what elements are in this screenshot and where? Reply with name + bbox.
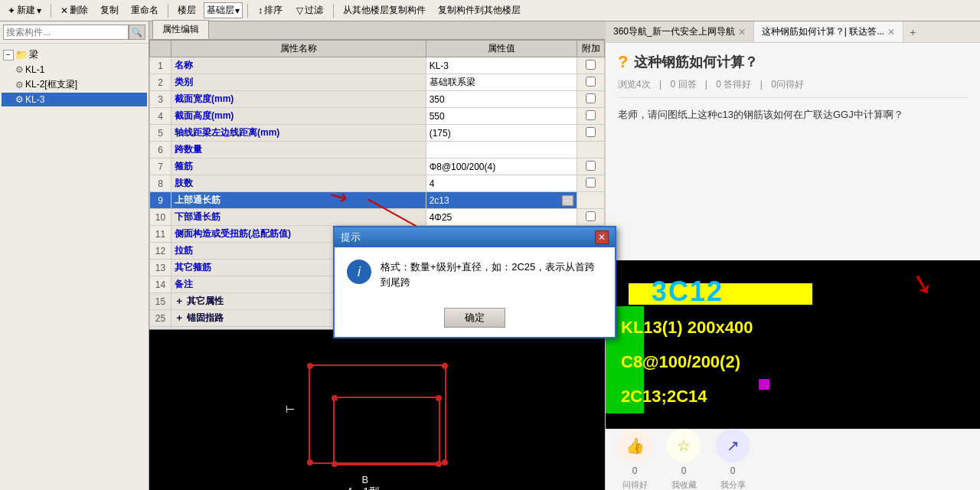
cad-text-beam-label: 3C12 — [652, 276, 724, 308]
prop-name-cell: 轴线距梁左边线距离(mm) — [172, 125, 426, 142]
qa-content: ? 这种钢筋如何计算？ 浏览4次 | 0 回答 | 0 答得好 | 0问得好 老… — [606, 43, 980, 260]
gear-icon-kl1: ⚙ — [15, 64, 24, 75]
hint-dialog: 提示 ✕ i 格式：数量+级别+直径，如：2C25，表示从首跨到尾跨 确定 — [333, 226, 616, 338]
table-row[interactable]: 8肢数4 — [150, 175, 605, 192]
gear-icon-kl2: ⚙ — [15, 80, 24, 90]
edit-dots-button[interactable]: ··· — [562, 195, 573, 206]
prop-checkbox[interactable] — [586, 77, 596, 87]
prop-checkbox[interactable] — [586, 161, 596, 171]
prop-check-cell[interactable] — [577, 74, 605, 91]
prop-value-cell[interactable]: KL-3 — [426, 57, 577, 74]
add-tab-button[interactable]: + — [903, 21, 922, 42]
prop-check-cell[interactable] — [577, 158, 605, 175]
delete-button[interactable]: ✕ 删除 — [56, 2, 93, 19]
good-reaction[interactable]: 👍 0 问得好 — [618, 429, 652, 490]
prop-checkbox[interactable] — [586, 93, 596, 103]
copy-button[interactable]: 复制 — [96, 2, 123, 19]
star-reaction[interactable]: ☆ 0 我收藏 — [667, 429, 701, 490]
dialog-close-button[interactable]: ✕ — [595, 230, 609, 244]
row-num-cell: 3 — [150, 91, 172, 108]
table-row[interactable]: 5轴线距梁左边线距离(mm)(175) — [150, 125, 605, 142]
col-header-extra: 附加 — [577, 41, 605, 57]
tree-item-kl2[interactable]: ⚙ KL-2[框支梁] — [2, 77, 147, 93]
table-row[interactable]: 4截面高度(mm)550 — [150, 108, 605, 125]
prop-check-cell[interactable] — [577, 91, 605, 108]
star-label: 我收藏 — [671, 479, 697, 490]
row-num-cell: 6 — [150, 142, 172, 158]
table-row[interactable]: 10下部通长筋4Φ25 — [150, 209, 605, 226]
filter-button[interactable]: ▽ 过滤 — [291, 2, 328, 19]
prop-value-cell[interactable]: 4 — [426, 175, 577, 192]
filter-icon: ▽ — [296, 5, 303, 16]
table-row[interactable]: 3截面宽度(mm)350 — [150, 91, 605, 108]
table-row[interactable]: 9上部通长筋2c13 ··· — [150, 192, 605, 209]
browser-tab-1[interactable]: 360导航_新一代安全上网导航 ✕ — [606, 21, 754, 42]
copy-from-button[interactable]: 从其他楼层复制构件 — [338, 2, 430, 19]
base-layer-dropdown[interactable]: 基础层 ▾ — [204, 2, 243, 18]
table-row[interactable]: 1名称KL-3 — [150, 57, 605, 74]
table-row[interactable]: 7箍筋Φ8@100/200(4) — [150, 158, 605, 175]
prop-tab-bar: 属性编辑 — [149, 21, 605, 40]
prop-value-cell[interactable] — [426, 142, 577, 158]
right-panel: 360导航_新一代安全上网导航 ✕ 这种钢筋如何计算？| 联达答... ✕ + … — [605, 21, 980, 490]
corner-tr — [436, 395, 442, 401]
prop-name-cell: 上部通长筋 — [172, 192, 426, 209]
close-tab-1[interactable]: ✕ — [738, 27, 746, 38]
tab-prop-edit[interactable]: 属性编辑 — [152, 20, 209, 39]
prop-value-cell[interactable]: Φ8@100/200(4) — [426, 158, 577, 175]
prop-name-cell: 截面高度(mm) — [172, 108, 426, 125]
prop-check-cell[interactable] — [577, 108, 605, 125]
info-icon: i — [347, 260, 371, 284]
tree-toggle-beam[interactable]: − — [3, 50, 14, 60]
table-row[interactable]: 2类别基础联系梁 — [150, 74, 605, 91]
copy-to-button[interactable]: 复制构件到其他楼层 — [433, 2, 525, 19]
search-button[interactable]: 🔍 — [129, 24, 145, 40]
prop-checkbox[interactable] — [586, 110, 596, 120]
cad-text-bars: 2C13;2C14 — [621, 387, 707, 407]
prop-checkbox[interactable] — [586, 60, 596, 70]
sep4 — [333, 4, 334, 18]
prop-check-cell[interactable] — [577, 192, 605, 209]
prop-value-cell[interactable]: 2c13 ··· — [426, 192, 577, 209]
rename-button[interactable]: 重命名 — [126, 2, 163, 19]
beam-label-type: 4－1型 — [347, 485, 381, 491]
dialog-footer: 确定 — [335, 302, 615, 337]
share-reaction[interactable]: ↗ 0 我分享 — [716, 429, 750, 490]
prop-checkbox[interactable] — [586, 127, 596, 137]
cad-purple-dot — [759, 379, 769, 390]
beam-label-b: B — [362, 474, 369, 485]
new-dropdown-icon: ▾ — [37, 5, 41, 16]
new-button[interactable]: ✦ 新建 ▾ — [3, 2, 46, 19]
prop-checkbox[interactable] — [586, 178, 596, 188]
tree-label-kl2: KL-2[框支梁] — [25, 78, 77, 91]
table-row[interactable]: 6跨数量 — [150, 142, 605, 158]
search-input[interactable] — [3, 24, 129, 40]
tree-item-kl3[interactable]: ⚙ KL-3 — [2, 93, 147, 106]
question-icon: ? — [618, 52, 628, 72]
prop-check-cell[interactable] — [577, 175, 605, 192]
tree-root-beam[interactable]: − 📁 梁 — [2, 47, 147, 63]
sort-icon: ↕ — [258, 5, 263, 16]
new-label: 新建 — [17, 4, 35, 17]
prop-value-cell[interactable]: 350 — [426, 91, 577, 108]
tree-item-kl1[interactable]: ⚙ KL-1 — [2, 63, 147, 77]
prop-check-cell[interactable] — [577, 142, 605, 158]
search-bar: 🔍 — [0, 21, 149, 44]
prop-value-cell[interactable]: 基础联系梁 — [426, 74, 577, 91]
prop-check-cell[interactable] — [577, 125, 605, 142]
prop-checkbox[interactable] — [586, 211, 596, 221]
close-tab-2[interactable]: ✕ — [887, 27, 895, 38]
prop-name-cell: 跨数量 — [172, 142, 426, 158]
prop-value-cell[interactable]: (175) — [426, 125, 577, 142]
prop-value-cell[interactable]: 4Φ25 — [426, 209, 577, 226]
prop-check-cell[interactable] — [577, 57, 605, 74]
sort-button[interactable]: ↕ 排序 — [253, 2, 288, 19]
floor-button[interactable]: 楼层 — [173, 2, 201, 19]
prop-check-cell[interactable] — [577, 209, 605, 226]
confirm-button[interactable]: 确定 — [444, 308, 505, 328]
row-num-cell: 4 — [150, 108, 172, 125]
sep2 — [168, 4, 168, 18]
browser-tab-2[interactable]: 这种钢筋如何计算？| 联达答... ✕ — [754, 21, 903, 42]
tree-root-label: 梁 — [29, 48, 38, 61]
prop-value-cell[interactable]: 550 — [426, 108, 577, 125]
